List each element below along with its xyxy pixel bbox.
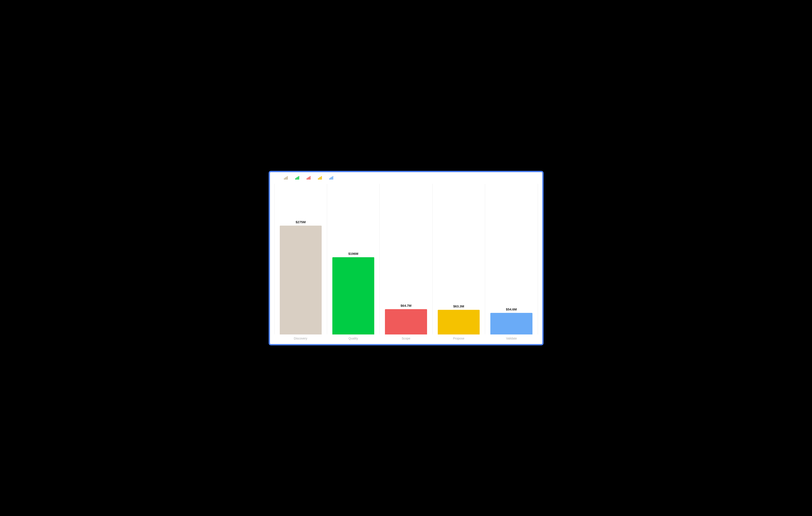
bar-value-discovery: $275M	[296, 220, 306, 224]
svg-rect-19	[332, 176, 333, 179]
bar-scope[interactable]	[385, 309, 427, 335]
scope-icon	[307, 176, 311, 179]
legend	[270, 172, 542, 182]
svg-rect-0	[284, 178, 285, 179]
bar-value-propose: $63.3M	[453, 304, 464, 308]
svg-rect-16	[329, 178, 330, 179]
bar-value-quality: $196M	[348, 252, 358, 256]
chart-area: $275M$196M$64.7M$63.3M$54.6M	[270, 182, 542, 335]
legend-item-propose[interactable]	[318, 176, 323, 179]
svg-rect-11	[310, 176, 311, 179]
bar-discovery[interactable]	[280, 226, 322, 335]
legend-item-discovery[interactable]	[284, 176, 289, 179]
propose-icon	[318, 176, 322, 179]
svg-rect-18	[331, 177, 332, 179]
svg-rect-4	[295, 178, 296, 179]
svg-rect-12	[318, 178, 319, 179]
svg-rect-13	[319, 177, 320, 179]
bar-column-propose: $63.3M	[433, 184, 485, 335]
svg-rect-17	[330, 177, 331, 179]
validate-icon	[329, 176, 333, 179]
bar-validate[interactable]	[490, 313, 532, 335]
x-labels: DiscoveryQualityScopeProposeValidate	[270, 335, 542, 344]
bar-wrapper-quality: $196M	[332, 252, 374, 335]
svg-rect-15	[321, 176, 322, 179]
bar-column-discovery: $275M	[274, 184, 327, 335]
svg-rect-5	[296, 177, 297, 179]
x-label-quality: Quality	[327, 335, 380, 344]
discovery-icon	[284, 176, 288, 179]
svg-rect-1	[285, 177, 286, 179]
svg-rect-14	[320, 177, 321, 179]
svg-rect-6	[297, 177, 298, 179]
legend-item-quality[interactable]	[295, 176, 300, 179]
x-label-discovery: Discovery	[274, 335, 327, 344]
quality-icon	[295, 176, 299, 179]
bar-quality[interactable]	[332, 257, 374, 335]
svg-rect-9	[308, 177, 309, 179]
legend-item-validate[interactable]	[329, 176, 335, 179]
bar-value-scope: $64.7M	[400, 304, 411, 308]
bar-wrapper-scope: $64.7M	[385, 304, 427, 335]
bar-column-validate: $54.6M	[485, 184, 538, 335]
svg-rect-10	[309, 177, 310, 179]
legend-item-scope[interactable]	[307, 176, 312, 179]
x-label-propose: Propose	[432, 335, 485, 344]
svg-rect-7	[298, 176, 299, 179]
svg-rect-3	[287, 176, 288, 179]
x-label-validate: Validate	[485, 335, 538, 344]
svg-rect-8	[307, 178, 308, 179]
svg-rect-2	[286, 177, 287, 179]
bar-wrapper-propose: $63.3M	[438, 304, 480, 335]
bar-column-quality: $196M	[327, 184, 380, 335]
bar-column-scope: $64.7M	[380, 184, 432, 335]
bars-container: $275M$196M$64.7M$63.3M$54.6M	[274, 184, 538, 335]
bar-value-validate: $54.6M	[506, 308, 517, 311]
chart-container: $275M$196M$64.7M$63.3M$54.6M DiscoveryQu…	[269, 171, 544, 345]
bar-wrapper-discovery: $275M	[280, 220, 322, 335]
bar-propose[interactable]	[438, 310, 480, 335]
x-label-scope: Scope	[380, 335, 433, 344]
bar-wrapper-validate: $54.6M	[490, 308, 532, 335]
